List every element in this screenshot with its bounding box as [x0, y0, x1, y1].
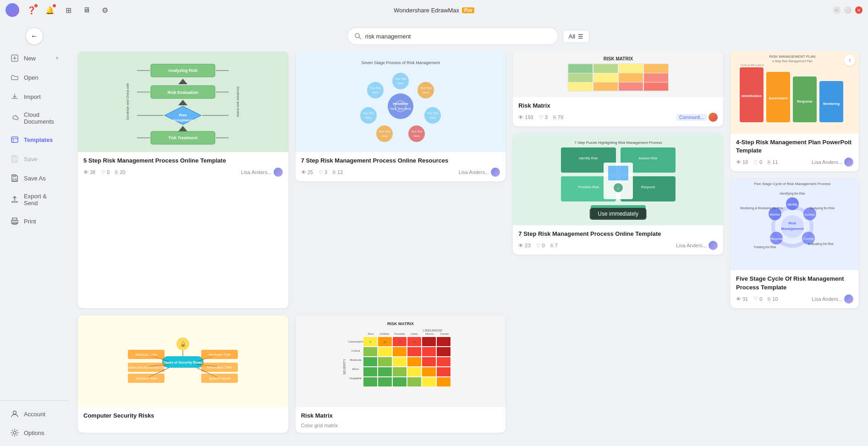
svg-rect-3	[11, 137, 18, 142]
card-meta-7step-res: 👁 25 ♡ 3 ⎘ 12 Lisa Anders...	[301, 168, 500, 177]
card-image-security[interactable]: Types of Security Risks 🔒 Malicious code…	[78, 315, 288, 407]
card-image-5step[interactable]: Scrutinize and Check with Scrutinize and…	[78, 51, 288, 152]
sidebar-item-templates[interactable]: Templates	[3, 131, 66, 149]
svg-text:Five Stage Cycle of Risk Manag: Five Stage Cycle of Risk Management Proc…	[754, 182, 830, 186]
filter-label: All	[569, 33, 575, 40]
card-body-7step-res: 7 Step Risk Management Process Online Re…	[296, 152, 506, 181]
back-button[interactable]: ←	[26, 27, 43, 45]
sidebar-item-print[interactable]: Print	[3, 212, 66, 230]
close-button[interactable]: ✕	[855, 6, 863, 14]
search-bar[interactable]	[347, 27, 558, 45]
copy-icon: ⎘	[115, 169, 118, 175]
sidebar: ← New + Open Import Cloud Document	[0, 20, 69, 446]
use-btn-7step-tmpl[interactable]: Use immediately	[589, 208, 647, 220]
sidebar-item-options[interactable]: Options	[3, 424, 66, 442]
author-7step-res: Lisa Anders...	[459, 168, 500, 177]
sidebar-item-export[interactable]: Export & Send	[3, 188, 66, 211]
svg-point-11	[13, 411, 16, 414]
card-image-7step-tmpl[interactable]: 7 Step Puzzle Highlighting Risk Manageme…	[513, 134, 723, 225]
svg-text:Treating the Risk: Treating the Risk	[754, 245, 777, 249]
svg-text:Your Text: Your Text	[370, 87, 381, 89]
card-image-risk-matrix-top[interactable]: RISK MATRIX	[513, 51, 723, 97]
right-card-5stage: Five Stage Cycle of Risk Management Proc…	[731, 179, 859, 308]
svg-text:Negligible: Negligible	[350, 377, 362, 380]
card-image-risk-matrix-color[interactable]: RISK MATRIX LIKELIHOOD SEVERITY Rare Unl…	[296, 315, 506, 407]
svg-text:Unauthorized Access and Uses: Unauthorized Access and Uses	[126, 366, 167, 369]
saveas-icon	[10, 174, 19, 183]
svg-rect-177	[363, 357, 377, 366]
notification-icon[interactable]: 🔔	[44, 4, 56, 16]
help-icon[interactable]: ❓	[26, 4, 38, 16]
sidebar-item-import[interactable]: Import	[3, 87, 66, 106]
svg-text:Scrutinize and review: Scrutinize and review	[236, 87, 240, 117]
svg-text:Your Text: Your Text	[363, 112, 374, 114]
views-5step: 👁 38	[83, 169, 95, 175]
svg-text:10: 10	[384, 341, 387, 343]
right-card-image-4step[interactable]: ↑ RISK MANAGEMENT PLAN 4-Step Risk Manag…	[731, 51, 859, 134]
svg-rect-187	[422, 367, 436, 376]
col3-cards: RISK MATRIX	[513, 51, 723, 308]
author-avatar-risk-matrix	[709, 113, 718, 122]
sidebar-options-label: Options	[24, 430, 44, 436]
filter-button[interactable]: All ☰	[563, 30, 589, 43]
scroll-up-icon[interactable]: ↑	[844, 55, 855, 66]
svg-text:RISK MATRIX: RISK MATRIX	[604, 56, 633, 61]
sidebar-item-saveas[interactable]: Save As	[3, 169, 66, 187]
svg-text:Your Text: Your Text	[411, 130, 423, 133]
right-card-image-5stage[interactable]: Five Stage Cycle of Risk Management Proc…	[731, 179, 859, 270]
community-badge: Communit...	[676, 114, 707, 121]
card-body-risk-matrix-top: Risk Matrix 👁 193 ♡ 3 ⎘ 79 Communit...	[513, 97, 723, 126]
svg-marker-26	[178, 126, 187, 131]
svg-text:Unlikely: Unlikely	[379, 332, 389, 335]
svg-text:LIKELIHOOD: LIKELIHOOD	[423, 329, 442, 332]
author-avatar-7step-res	[491, 168, 500, 177]
svg-rect-71	[593, 64, 618, 73]
svg-text:Risk: Risk	[179, 113, 187, 117]
svg-point-47	[424, 107, 441, 124]
svg-text:Identify: Identify	[787, 203, 798, 207]
settings-icon[interactable]: ⚙	[99, 4, 111, 16]
svg-rect-94	[608, 166, 628, 180]
svg-text:Types of Security Risks: Types of Security Risks	[164, 360, 202, 364]
right-panel: ↑ RISK MANAGEMENT PLAN 4-Step Risk Manag…	[731, 51, 859, 308]
svg-text:✓: ✓	[617, 187, 620, 190]
svg-text:🔒: 🔒	[180, 340, 187, 347]
svg-text:Here: Here	[397, 82, 404, 85]
sidebar-item-save[interactable]: Save	[3, 150, 66, 168]
svg-rect-103	[793, 76, 817, 122]
svg-text:Possible: Possible	[395, 332, 405, 335]
svg-text:SEVERITY: SEVERITY	[343, 359, 346, 375]
svg-marker-19	[178, 79, 187, 84]
sidebar-item-open[interactable]: Open	[3, 68, 66, 87]
svg-rect-176	[437, 347, 450, 356]
card-title-7step-res: 7 Step Risk Management Process Online Re…	[301, 157, 500, 165]
svg-text:15: 15	[398, 341, 401, 343]
svg-rect-179	[393, 357, 407, 366]
search-input[interactable]	[365, 33, 551, 40]
svg-text:Acceptance: Acceptance	[173, 118, 193, 122]
svg-text:Response: Response	[797, 100, 813, 103]
sidebar-item-new[interactable]: New +	[3, 49, 66, 67]
svg-text:4-Step Risk Management Plan: 4-Step Risk Management Plan	[772, 60, 813, 63]
svg-rect-78	[568, 82, 593, 91]
svg-text:Critical: Critical	[352, 349, 360, 352]
pro-badge: Pro	[462, 7, 474, 13]
search-container: All ☰	[78, 20, 859, 51]
avatar[interactable]	[5, 3, 19, 17]
svg-rect-172	[378, 347, 392, 356]
sidebar-cloud-label: Cloud Documents	[24, 111, 59, 125]
minimize-button[interactable]: −	[833, 6, 841, 14]
sidebar-item-cloud[interactable]: Cloud Documents	[3, 107, 66, 130]
likes-7step-res: ♡ 3	[319, 169, 327, 175]
svg-text:Certain: Certain	[440, 332, 449, 335]
monitor-icon[interactable]: 🖥	[81, 4, 93, 16]
svg-text:Catastrophic: Catastrophic	[348, 340, 363, 343]
svg-rect-72	[619, 64, 643, 73]
maximize-button[interactable]: ⬜	[844, 6, 852, 14]
sidebar-item-account[interactable]: Account	[3, 405, 66, 423]
svg-text:Here: Here	[423, 91, 429, 94]
svg-text:RISK MANAGEMENT PLAN: RISK MANAGEMENT PLAN	[769, 54, 815, 59]
svg-rect-77	[644, 73, 668, 82]
card-image-7step-res[interactable]: Seven Stage Process of Risk Management H…	[296, 51, 506, 152]
grid-icon[interactable]: ⊞	[62, 4, 74, 16]
